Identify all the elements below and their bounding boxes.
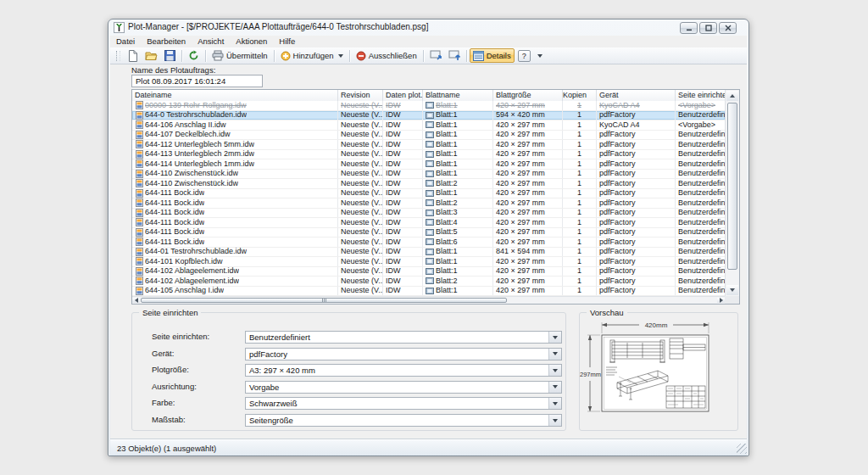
table-row[interactable]: 644-107 Deckelblech.idwNeueste (V...IDWB…: [132, 131, 725, 141]
combo-dropdown-button-4[interactable]: [548, 398, 561, 409]
cell-rev: Neueste (V...: [338, 238, 383, 247]
combo-dropdown-button-0[interactable]: [548, 332, 561, 343]
menu-item-datei[interactable]: Datei: [110, 36, 141, 48]
cell-data: IDW: [383, 228, 423, 238]
table-row[interactable]: 644-111 Bock.idwNeueste (V...IDWBlatt:64…: [132, 238, 725, 248]
help-button[interactable]: ?: [515, 48, 534, 63]
cell-copies: 1: [563, 120, 597, 130]
table-row[interactable]: 644-102 Ablageelement.idwNeueste (V...ID…: [132, 267, 725, 277]
table-row[interactable]: 644-110 Zwischenstück.idwNeueste (V...ID…: [132, 170, 725, 180]
combo-dropdown-button-1[interactable]: [548, 349, 561, 360]
cell-setup: Benutzerdefin...: [676, 111, 725, 120]
menu-bar: DateiBearbeitenAnsichtAktionenHilfe: [110, 36, 747, 48]
column-header-device[interactable]: Gerät: [597, 90, 676, 101]
horizontal-scroll-thumb[interactable]: [141, 298, 507, 303]
cell-copies: 1: [563, 209, 597, 218]
scroll-right-button[interactable]: [717, 298, 725, 303]
submit-button[interactable]: Übermitteln: [209, 48, 271, 63]
table-row[interactable]: 644-111 Bock.idwNeueste (V...IDWBlatt:34…: [132, 209, 725, 219]
column-header-copies[interactable]: Kopien: [563, 90, 597, 101]
cell-device: pdfFactory: [597, 238, 676, 247]
toolbar-grip[interactable]: [116, 51, 120, 61]
table-row[interactable]: 644-110 Zwischenstück.idwNeueste (V...ID…: [132, 179, 725, 189]
cell-copies: 1: [563, 189, 597, 198]
column-header-data[interactable]: Daten plot...: [383, 90, 423, 101]
column-header-size[interactable]: Blattgröße: [493, 90, 563, 101]
menu-item-bearbeiten[interactable]: Bearbeiten: [141, 36, 192, 48]
combo-5[interactable]: Seitengröße: [245, 414, 562, 427]
table-row[interactable]: 644-106 Anschlag II.idwNeueste (V...IDWB…: [132, 120, 725, 131]
minimize-button[interactable]: [680, 22, 698, 34]
cell-rev: Neueste (V...: [338, 170, 383, 179]
table-row[interactable]: 644-111 Bock.idwNeueste (V...IDWBlatt:54…: [132, 228, 725, 238]
cell-copies: 1: [563, 218, 597, 227]
cell-data: IDW: [383, 131, 423, 140]
table-row[interactable]: 644-101 Kopfblech.idwNeueste (V...IDWBla…: [132, 257, 725, 267]
close-button[interactable]: [719, 22, 737, 34]
page-setup-group-title: Seite einrichten: [139, 308, 201, 317]
refresh-button[interactable]: [185, 48, 203, 63]
chevron-down-icon: [553, 336, 558, 339]
combo-dropdown-button-2[interactable]: [548, 365, 561, 376]
horizontal-scrollbar[interactable]: [132, 296, 725, 304]
view-option-button-1[interactable]: [426, 48, 445, 63]
combo-0[interactable]: Benutzerdefiniert: [245, 331, 562, 344]
table-row[interactable]: 644-105 Anschlag I.idwNeueste (V...IDWBl…: [132, 287, 725, 297]
cell-size: 420 × 297 mm: [493, 228, 563, 238]
combo-3[interactable]: Vorgabe: [245, 381, 562, 394]
table-row[interactable]: 644-112 Unterlegblech 5mm.idwNeueste (V.…: [132, 140, 725, 150]
table-row[interactable]: 644-0 Testrohrschubladen.idwNeueste (V..…: [132, 111, 725, 121]
exclude-button[interactable]: Ausschließen: [353, 48, 420, 63]
table-row[interactable]: 644-102 Ablageelement.idwNeueste (V...ID…: [132, 277, 725, 287]
table-row[interactable]: 644-111 Bock.idwNeueste (V...IDWBlatt:44…: [132, 218, 725, 228]
combo-4[interactable]: Schwarzweiß: [245, 397, 562, 410]
menu-item-aktionen[interactable]: Aktionen: [230, 36, 273, 48]
menu-item-hilfe[interactable]: Hilfe: [273, 36, 301, 48]
chevron-down-icon: [553, 402, 558, 405]
table-row[interactable]: 644-01 Testrohrschublade.idwNeueste (V..…: [132, 248, 725, 258]
new-button[interactable]: [124, 48, 142, 63]
combo-2[interactable]: A3: 297 × 420 mm: [245, 364, 562, 377]
scroll-down-button[interactable]: [726, 285, 738, 295]
column-header-sheet[interactable]: Blattname: [423, 90, 493, 101]
drawing-file-icon: [136, 189, 143, 198]
job-name-input[interactable]: Plot 08.09.2017 16:01:24: [131, 75, 263, 87]
table-row[interactable]: 644-111 Bock.idwNeueste (V...IDWBlatt:14…: [132, 189, 725, 199]
cell-rev: Neueste (V...: [338, 120, 383, 130]
table-row[interactable]: 644-111 Bock.idwNeueste (V...IDWBlatt:24…: [132, 198, 725, 209]
save-button[interactable]: [161, 48, 179, 63]
chevron-down-icon: [553, 419, 558, 422]
window-title: Plot-Manager - [$/PROJEKTE/AAA Plottauft…: [128, 22, 428, 31]
vertical-scrollbar[interactable]: [725, 90, 739, 296]
table-row[interactable]: 644-113 Unterlegblech 2mm.idwNeueste (V.…: [132, 150, 725, 160]
column-header-name[interactable]: Dateiname: [132, 90, 338, 101]
add-button[interactable]: Hinzufügen: [277, 48, 347, 63]
open-button[interactable]: [142, 48, 161, 63]
scroll-up-button[interactable]: [726, 91, 738, 101]
vertical-scroll-thumb[interactable]: [727, 103, 737, 270]
toolbar-overflow-icon[interactable]: [537, 54, 542, 58]
combo-value-0: Benutzerdefiniert: [249, 332, 310, 343]
table-row[interactable]: 00000-139 Rohr-Rollgang.idwNeueste (V...…: [132, 101, 725, 111]
column-header-setup[interactable]: Seite einrichten: [676, 90, 725, 101]
title-bar[interactable]: Plot-Manager - [$/PROJEKTE/AAA Plottauft…: [108, 20, 748, 35]
details-button[interactable]: Details: [470, 48, 515, 63]
cell-data: IDW: [383, 198, 423, 208]
cell-name: 644-111 Bock.idw: [132, 198, 338, 208]
table-row[interactable]: 644-114 Unterlegblech 1mm.idwNeueste (V.…: [132, 159, 725, 170]
cell-sheet: Blatt:2: [423, 179, 493, 188]
combo-1[interactable]: pdfFactory: [245, 348, 562, 360]
column-header-rev[interactable]: Revision: [338, 90, 383, 101]
drawing-file-icon: [136, 111, 143, 120]
cell-copies: 1: [563, 131, 597, 140]
scroll-left-button[interactable]: [132, 298, 140, 303]
menu-item-ansicht[interactable]: Ansicht: [192, 36, 230, 48]
cell-setup: Benutzerdefin...: [676, 189, 725, 198]
add-dropdown-icon[interactable]: [338, 54, 343, 58]
combo-dropdown-button-5[interactable]: [548, 415, 561, 426]
view-option-button-2[interactable]: [445, 48, 464, 63]
resize-grip[interactable]: [737, 444, 747, 454]
printer-icon: [212, 50, 224, 61]
combo-dropdown-button-3[interactable]: [548, 382, 561, 393]
maximize-button[interactable]: [699, 22, 717, 34]
